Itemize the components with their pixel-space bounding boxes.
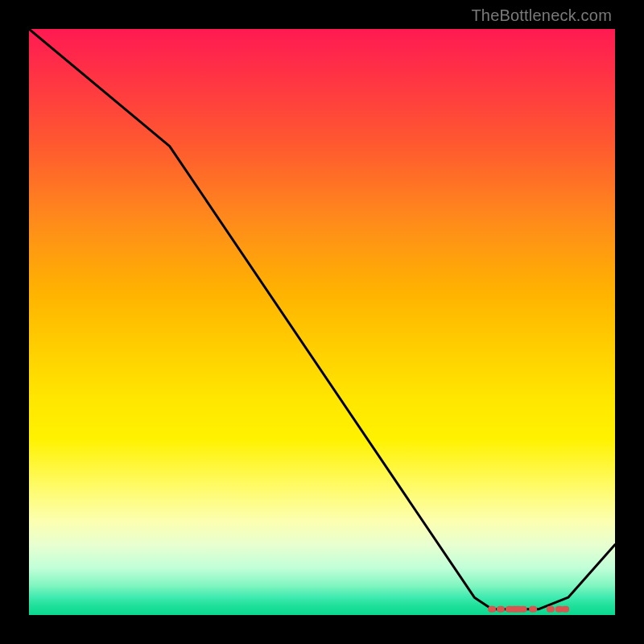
marker-point	[488, 606, 496, 613]
marker-group	[488, 606, 569, 613]
marker-point	[497, 606, 505, 613]
marker-point	[547, 606, 555, 613]
marker-point	[555, 606, 564, 613]
marker-point	[529, 606, 537, 613]
chart-frame: TheBottleneck.com	[0, 0, 644, 644]
chart-svg	[29, 29, 615, 615]
attribution-text: TheBottleneck.com	[471, 6, 612, 25]
series-line	[29, 29, 615, 609]
marker-point	[561, 606, 569, 613]
marker-point	[510, 606, 518, 613]
marker-point	[506, 606, 514, 613]
marker-point	[514, 606, 522, 613]
marker-point	[519, 606, 527, 613]
plot-area	[29, 29, 615, 615]
